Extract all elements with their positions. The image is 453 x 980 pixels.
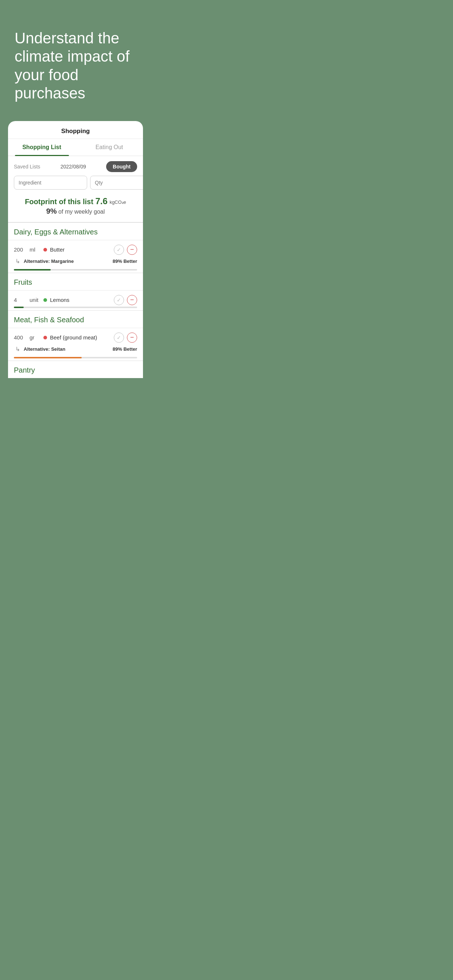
hero-title: Understand the climate impact of your fo…: [14, 29, 136, 103]
check-button[interactable]: ✓: [114, 332, 124, 343]
list-item: 200 ml Butter ✓ − ↳ Alternative: Margari…: [8, 240, 143, 273]
item-unit: gr: [30, 334, 40, 340]
remove-button[interactable]: −: [127, 295, 137, 305]
progress-bar: [14, 269, 51, 270]
item-qty: 400: [14, 334, 27, 340]
item-row-beef: 400 gr Beef (ground meat) ✓ −: [14, 332, 137, 343]
card-header: Shopping: [8, 121, 143, 139]
saved-lists-label: Saved Lists: [14, 164, 40, 170]
category-pantry: Pantry: [8, 361, 143, 378]
toolbar: Saved Lists 2022/08/09 Bought: [8, 156, 143, 176]
check-button[interactable]: ✓: [114, 295, 124, 305]
category-meat: Meat, Fish & Seafood: [8, 310, 143, 328]
ingredient-input[interactable]: [14, 176, 87, 189]
category-dairy: Dairy, Eggs & Alternatives: [8, 223, 143, 240]
progress-bar-wrap: [14, 269, 137, 270]
item-row-butter: 200 ml Butter ✓ −: [14, 245, 137, 255]
alt-arrow-icon: ↳: [15, 258, 20, 265]
item-qty: 200: [14, 247, 27, 253]
item-name: Lemons: [50, 297, 111, 303]
tab-eating-out[interactable]: Eating Out: [75, 139, 143, 156]
progress-bar-wrap: [14, 357, 137, 358]
item-name: Beef (ground meat): [50, 334, 111, 340]
item-unit: ml: [30, 247, 40, 253]
remove-button[interactable]: −: [127, 332, 137, 343]
check-button[interactable]: ✓: [114, 245, 124, 255]
progress-bar-wrap: [14, 307, 137, 308]
footprint-section: Footprint of this list 7.6 kgCO₂e 9% of …: [8, 194, 143, 223]
progress-bar: [14, 307, 24, 308]
alt-text: Alternative: Margarine: [24, 258, 109, 264]
alt-text: Alternative: Seitan: [24, 346, 109, 352]
alt-arrow-icon: ↳: [15, 345, 20, 353]
alternative-row: ↳ Alternative: Margarine 89% Better: [14, 255, 137, 267]
footprint-main: Footprint of this list 7.6 kgCO₂e: [14, 196, 137, 206]
tab-shopping-list[interactable]: Shopping List: [8, 139, 75, 156]
impact-dot-red: [43, 336, 47, 339]
impact-dot-red: [43, 248, 47, 251]
impact-dot-green: [43, 298, 47, 302]
remove-button[interactable]: −: [127, 245, 137, 255]
list-item: 4 unit Lemons ✓ −: [8, 290, 143, 310]
bought-button[interactable]: Bought: [106, 161, 137, 172]
alt-better: 89% Better: [113, 258, 137, 264]
shopping-card: Shopping Shopping List Eating Out Saved …: [8, 121, 143, 378]
category-fruits: Fruits: [8, 273, 143, 290]
hero-section: Understand the climate impact of your fo…: [0, 0, 151, 121]
item-name: Butter: [50, 247, 111, 253]
date-label: 2022/08/09: [43, 164, 103, 170]
tabs-container: Shopping List Eating Out: [8, 139, 143, 156]
footprint-goal: 9% of my weekly goal: [14, 207, 137, 215]
item-unit: unit: [30, 297, 40, 303]
alt-better: 89% Better: [113, 346, 137, 352]
add-ingredient-row: gr +: [8, 176, 143, 194]
item-qty: 4: [14, 297, 27, 303]
alternative-row: ↳ Alternative: Seitan 89% Better: [14, 343, 137, 355]
qty-input[interactable]: [90, 176, 143, 189]
item-row-lemons: 4 unit Lemons ✓ −: [14, 295, 137, 305]
list-item: 400 gr Beef (ground meat) ✓ − ↳ Alternat…: [8, 328, 143, 361]
progress-bar: [14, 357, 82, 358]
